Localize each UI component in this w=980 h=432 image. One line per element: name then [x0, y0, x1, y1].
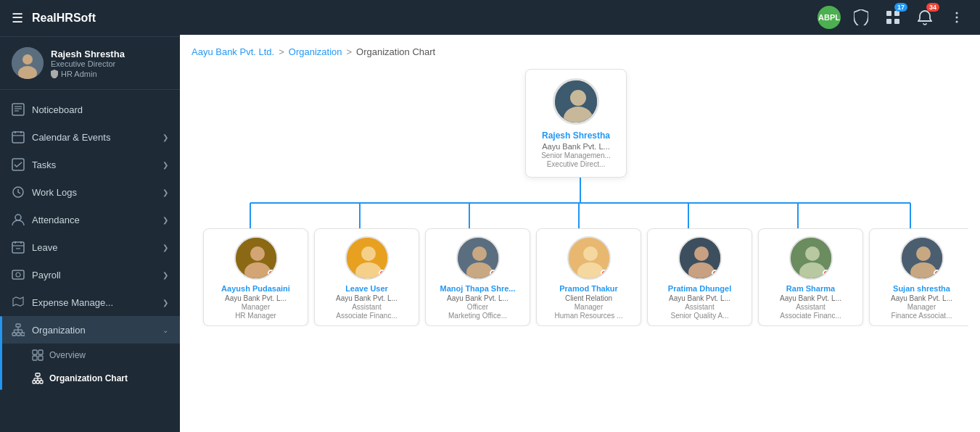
- sidebar-header: ☰ RealHRSoft: [0, 0, 180, 37]
- attendance-label: Attendance: [32, 215, 155, 225]
- sidebar-item-leave[interactable]: Leave ❯: [0, 233, 180, 261]
- child-name-4: Pratima Dhungel: [654, 284, 746, 293]
- svg-rect-30: [33, 350, 37, 354]
- child-avatar-0: [234, 236, 278, 280]
- sidebar-item-organization[interactable]: Organization ⌄: [0, 316, 180, 344]
- child-role-6: Finance Associat...: [876, 312, 968, 320]
- content-area: Aayu Bank Pvt. Ltd. > Organization > Org…: [180, 35, 980, 432]
- sidebar-item-overview[interactable]: Overview: [32, 344, 180, 367]
- app-name: RealHRSoft: [32, 12, 96, 25]
- payroll-icon: [12, 268, 25, 281]
- child-role-0: HR Manager: [210, 312, 302, 320]
- breadcrumb-section[interactable]: Organization: [289, 46, 342, 57]
- sidebar-item-expense[interactable]: Expense Manage... ❯: [0, 288, 180, 316]
- svg-point-51: [570, 90, 586, 106]
- expense-chevron: ❯: [162, 299, 168, 307]
- svg-point-13: [15, 215, 21, 220]
- calendar-chevron: ❯: [162, 133, 168, 141]
- expense-icon: [12, 296, 25, 309]
- organization-chevron: ⌄: [162, 326, 168, 334]
- hamburger-icon[interactable]: ☰: [12, 10, 23, 26]
- child-card-2[interactable]: Manoj Thapa Shre... Aayu Bank Pvt. L... …: [425, 228, 530, 326]
- svg-point-69: [472, 246, 487, 261]
- attendance-icon: [12, 213, 25, 226]
- child-company-6: Aayu Bank Pvt. L...: [876, 294, 968, 302]
- user-info: Rajesh Shrestha Executive Director HR Ad…: [51, 49, 125, 78]
- svg-rect-34: [36, 373, 40, 376]
- svg-rect-35: [33, 381, 36, 383]
- svg-point-48: [956, 17, 958, 19]
- child-avatar-4: [678, 236, 722, 280]
- calendar-label: Calendar & Events: [32, 132, 155, 143]
- status-dot-6: [934, 270, 941, 277]
- sidebar-item-worklogs[interactable]: Work Logs ❯: [0, 178, 180, 206]
- svg-point-1: [22, 54, 33, 65]
- breadcrumb-sep-2: >: [347, 46, 353, 57]
- child-card-0[interactable]: Aayush Pudasaini Aayu Bank Pvt. L... Man…: [203, 228, 308, 326]
- root-card[interactable]: Rajesh Shrestha Aayu Bank Pvt. L... Seni…: [525, 69, 627, 178]
- user-title: Executive Director: [51, 59, 125, 68]
- root-company: Aayu Bank Pvt. L...: [535, 142, 617, 151]
- connector-svg: [196, 178, 965, 228]
- child-card-1[interactable]: Leave User Aayu Bank Pvt. L... Assistant…: [314, 228, 419, 326]
- status-dot-5: [823, 270, 830, 277]
- more-options-icon[interactable]: [945, 6, 968, 29]
- status-dot-2: [490, 270, 497, 277]
- payroll-chevron: ❯: [162, 271, 168, 279]
- svg-rect-36: [36, 381, 39, 383]
- grid-badge: 17: [894, 3, 907, 12]
- svg-rect-37: [40, 381, 43, 383]
- status-dot-0: [268, 270, 275, 277]
- child-role-1: Associate Financ...: [321, 312, 413, 320]
- child-role-2: Marketing Office...: [432, 312, 524, 320]
- user-name: Rajesh Shrestha: [51, 49, 125, 59]
- topbar: ABPL 17 34: [180, 0, 980, 35]
- sidebar-item-noticeboard[interactable]: Noticeboard: [0, 96, 180, 123]
- shield-icon: [51, 70, 58, 78]
- sidebar-item-org-chart[interactable]: Organization Chart: [32, 367, 180, 390]
- overview-icon: [32, 349, 44, 361]
- children-wrapper: Aayush Pudasaini Aayu Bank Pvt. L... Man…: [192, 228, 968, 326]
- worklogs-icon: [12, 186, 25, 199]
- svg-rect-22: [12, 333, 16, 336]
- organization-icon: [12, 323, 25, 336]
- sidebar-item-payroll[interactable]: Payroll ❯: [0, 261, 180, 288]
- org-sub-nav: Overview Organization Chart: [0, 344, 180, 390]
- child-avatar-2: [456, 236, 500, 280]
- child-company-2: Aayu Bank Pvt. L...: [432, 294, 524, 302]
- svg-point-66: [361, 246, 376, 261]
- svg-rect-7: [12, 132, 24, 143]
- shield-topbar-icon[interactable]: [849, 6, 873, 29]
- company-badge[interactable]: ABPL: [818, 6, 841, 29]
- sidebar-nav: Noticeboard Calendar & Events ❯ Tasks ❯ …: [0, 90, 180, 432]
- child-dept-1: Assistant: [321, 303, 413, 311]
- child-avatar-3: [567, 236, 611, 280]
- worklogs-label: Work Logs: [32, 187, 155, 198]
- overview-label: Overview: [49, 350, 86, 360]
- child-name-5: Ram Sharma: [765, 284, 857, 293]
- calendar-icon: [12, 130, 25, 144]
- status-dot-3: [601, 270, 608, 277]
- child-company-1: Aayu Bank Pvt. L...: [321, 294, 413, 302]
- sidebar-item-tasks[interactable]: Tasks ❯: [0, 151, 180, 178]
- breadcrumb: Aayu Bank Pvt. Ltd. > Organization > Org…: [192, 46, 968, 57]
- sidebar-item-calendar[interactable]: Calendar & Events ❯: [0, 123, 180, 151]
- svg-rect-32: [33, 356, 37, 360]
- svg-point-72: [583, 246, 598, 261]
- notification-icon[interactable]: 34: [913, 6, 936, 29]
- child-card-5[interactable]: Ram Sharma Aayu Bank Pvt. L... Assistant…: [758, 228, 863, 326]
- child-card-4[interactable]: Pratima Dhungel Aayu Bank Pvt. L... Assi…: [647, 228, 752, 326]
- sidebar-item-attendance[interactable]: Attendance ❯: [0, 206, 180, 233]
- svg-point-20: [16, 273, 20, 277]
- avatar: [12, 47, 44, 79]
- grid-topbar-icon[interactable]: 17: [881, 6, 905, 29]
- root-dept: Senior Managemen...: [535, 151, 617, 159]
- svg-rect-14: [12, 242, 24, 253]
- child-card-6[interactable]: Sujan shrestha Aayu Bank Pvt. L... Manag…: [869, 228, 968, 326]
- svg-rect-21: [16, 324, 20, 327]
- svg-point-47: [956, 12, 958, 14]
- breadcrumb-company[interactable]: Aayu Bank Pvt. Ltd.: [192, 46, 274, 57]
- notification-badge: 34: [926, 3, 939, 12]
- child-card-3[interactable]: Pramod Thakur Client Relation Manager Hu…: [536, 228, 641, 326]
- child-role-4: Senior Quality A...: [654, 312, 746, 320]
